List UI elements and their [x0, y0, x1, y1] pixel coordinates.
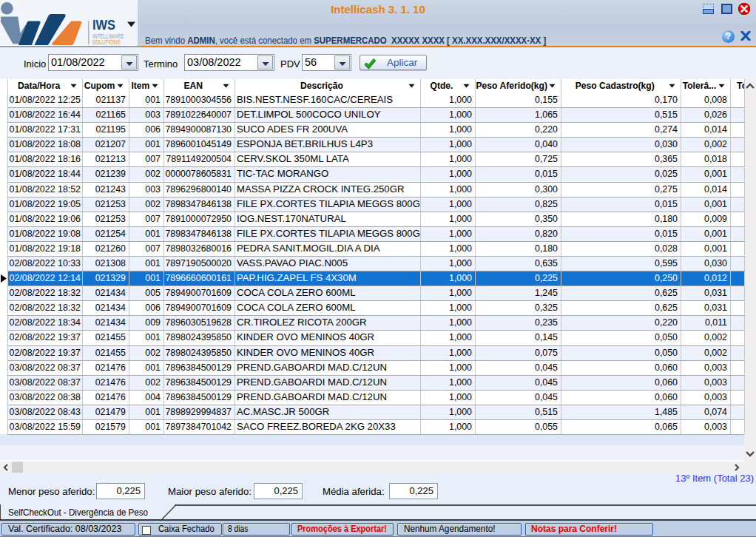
svg-text:IWS: IWS [92, 18, 115, 33]
svg-text:SOLUTIONS: SOLUTIONS [92, 38, 121, 46]
